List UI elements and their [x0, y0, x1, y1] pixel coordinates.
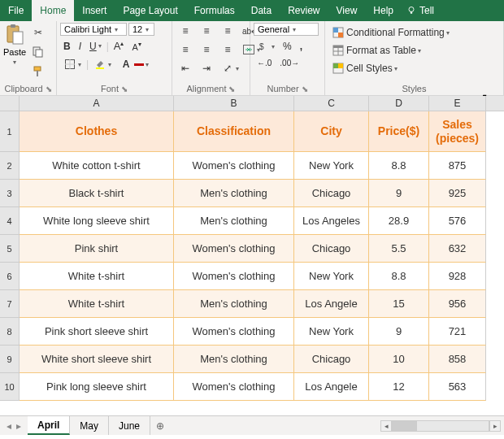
- cell-styles-button[interactable]: Cell Styles▾: [328, 60, 401, 76]
- orientation-button[interactable]: ⤢▾: [218, 60, 242, 76]
- cell[interactable]: White cotton t-shirt: [20, 152, 174, 180]
- table-header[interactable]: Classification: [174, 111, 294, 152]
- cell[interactable]: Pink shirt: [20, 235, 174, 263]
- row-header[interactable]: 2: [0, 152, 20, 180]
- cell[interactable]: 5.5: [369, 235, 429, 263]
- cell[interactable]: 9: [369, 318, 429, 346]
- cell[interactable]: 858: [429, 346, 486, 373]
- col-header[interactable]: B: [174, 96, 294, 111]
- cell[interactable]: 8.8: [369, 263, 429, 290]
- cell[interactable]: Pink long sleeve shirt: [20, 373, 174, 401]
- cell[interactable]: 8.8: [369, 152, 429, 180]
- col-header[interactable]: E: [429, 96, 486, 111]
- cell[interactable]: Black t-shirt: [20, 180, 174, 207]
- tab-file[interactable]: File: [0, 0, 32, 21]
- align-center-button[interactable]: ≡: [197, 41, 216, 58]
- cell[interactable]: Men's clothing: [174, 207, 294, 235]
- cell[interactable]: 721: [429, 318, 486, 346]
- cell[interactable]: 28.9: [369, 207, 429, 235]
- decrease-decimal-button[interactable]: .00→: [276, 57, 302, 69]
- scroll-left-button[interactable]: ◂: [380, 420, 392, 432]
- tab-help[interactable]: Help: [365, 0, 402, 21]
- cell[interactable]: 632: [429, 235, 486, 263]
- row-header[interactable]: 10: [0, 373, 20, 401]
- cell[interactable]: Women's clothing: [174, 263, 294, 290]
- cell[interactable]: Men's clothing: [174, 290, 294, 318]
- align-middle-button[interactable]: ≡: [197, 23, 216, 39]
- cell[interactable]: Women's clothing: [174, 152, 294, 180]
- increase-decimal-button[interactable]: ←.0: [254, 57, 275, 69]
- cell[interactable]: Chicago: [294, 180, 369, 207]
- tab-insert[interactable]: Insert: [74, 0, 115, 21]
- cell[interactable]: 928: [429, 263, 486, 290]
- dialog-launcher-icon[interactable]: ⬊: [302, 85, 308, 93]
- row-header[interactable]: 3: [0, 180, 20, 207]
- format-as-table-button[interactable]: Format as Table▾: [328, 42, 424, 59]
- cell[interactable]: 576: [429, 207, 486, 235]
- table-header[interactable]: City: [294, 111, 369, 152]
- tab-view[interactable]: View: [328, 0, 366, 21]
- cell[interactable]: Los Angele: [294, 373, 369, 401]
- cell[interactable]: Women's clothing: [174, 373, 294, 401]
- cell[interactable]: White t-shirt: [20, 263, 174, 290]
- cell[interactable]: Men's clothing: [174, 180, 294, 207]
- dialog-launcher-icon[interactable]: ⬊: [121, 85, 128, 93]
- decrease-indent-button[interactable]: ⇤: [176, 60, 195, 76]
- cell[interactable]: Los Angele: [294, 290, 369, 318]
- sheet-tab-june[interactable]: June: [109, 416, 150, 435]
- font-name-select[interactable]: Calibri Light▾: [60, 23, 127, 36]
- horizontal-scrollbar[interactable]: [392, 420, 489, 432]
- row-header[interactable]: 5: [0, 235, 20, 263]
- number-format-select[interactable]: General▾: [254, 23, 319, 36]
- italic-button[interactable]: I: [76, 39, 85, 54]
- align-bottom-button[interactable]: ≡: [218, 23, 237, 39]
- paste-button[interactable]: Paste ▾: [3, 23, 26, 66]
- scroll-right-button[interactable]: ▸: [489, 420, 501, 432]
- align-right-button[interactable]: ≡: [218, 41, 237, 58]
- cell[interactable]: White short sleeve shirt: [20, 346, 174, 373]
- fill-color-button[interactable]: ▾: [90, 56, 115, 72]
- cell[interactable]: White long sleeve shirt: [20, 207, 174, 235]
- tab-home[interactable]: Home: [32, 0, 74, 21]
- cell[interactable]: Men's clothing: [174, 346, 294, 373]
- grow-font-button[interactable]: A▴: [111, 38, 128, 54]
- row-header[interactable]: 7: [0, 290, 20, 318]
- cell[interactable]: 563: [429, 373, 486, 401]
- cell[interactable]: 9: [369, 180, 429, 207]
- table-header[interactable]: Sales (pieces): [429, 111, 486, 152]
- table-header[interactable]: Price($): [369, 111, 429, 152]
- sheet-tab-may[interactable]: May: [70, 416, 109, 435]
- tab-page-layout[interactable]: Page Layout: [115, 0, 185, 21]
- grid[interactable]: 1 Clothes Classification City Price($) S…: [0, 111, 504, 415]
- cell[interactable]: 12: [369, 373, 429, 401]
- cell[interactable]: New York: [294, 318, 369, 346]
- cell[interactable]: 10: [369, 346, 429, 373]
- percent-button[interactable]: %: [280, 39, 295, 54]
- tab-review[interactable]: Review: [280, 0, 328, 21]
- select-all-corner[interactable]: [0, 96, 20, 111]
- new-sheet-button[interactable]: ⊕: [150, 416, 170, 435]
- dialog-launcher-icon[interactable]: ⬊: [228, 85, 235, 93]
- format-painter-button[interactable]: [28, 63, 48, 80]
- cell[interactable]: New York: [294, 263, 369, 290]
- font-color-button[interactable]: A▾: [116, 56, 152, 72]
- cell[interactable]: 15: [369, 290, 429, 318]
- align-left-button[interactable]: ≡: [176, 41, 195, 58]
- row-header[interactable]: 4: [0, 207, 20, 235]
- row-header[interactable]: 1: [0, 111, 20, 152]
- cell[interactable]: 956: [429, 290, 486, 318]
- cell[interactable]: Chicago: [294, 346, 369, 373]
- shrink-font-button[interactable]: A▾: [128, 39, 144, 54]
- sheet-nav-prev[interactable]: ◂: [7, 420, 11, 432]
- cut-button[interactable]: ✂: [28, 24, 48, 41]
- cell[interactable]: 875: [429, 152, 486, 180]
- font-size-select[interactable]: 12▾: [128, 23, 154, 36]
- tab-formulas[interactable]: Formulas: [186, 0, 243, 21]
- row-header[interactable]: 9: [0, 346, 20, 373]
- border-button[interactable]: ▾: [60, 56, 85, 72]
- table-header[interactable]: Clothes: [20, 111, 174, 152]
- tab-data[interactable]: Data: [243, 0, 280, 21]
- comma-button[interactable]: ,: [297, 39, 306, 54]
- increase-indent-button[interactable]: ⇥: [197, 60, 216, 76]
- tell-me[interactable]: Tell: [402, 0, 439, 21]
